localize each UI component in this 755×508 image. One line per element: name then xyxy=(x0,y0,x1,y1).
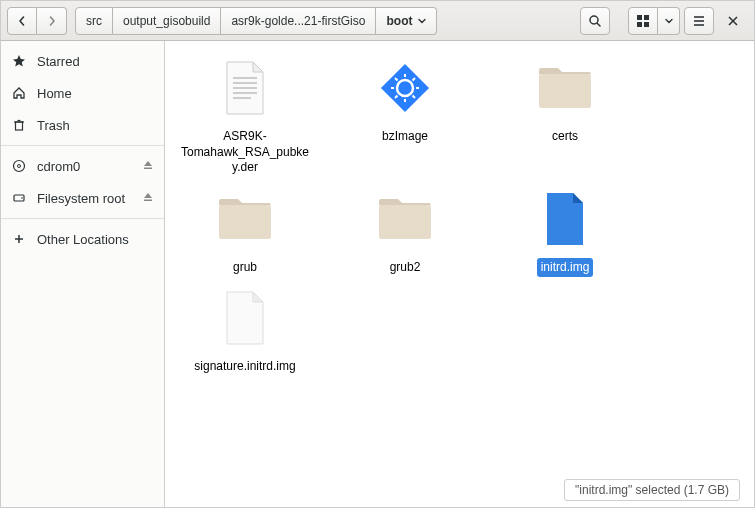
file-item-selected[interactable]: initrd.img xyxy=(495,186,635,278)
sidebar-item-cdrom[interactable]: cdrom0 xyxy=(1,150,164,182)
folder-icon xyxy=(207,186,283,252)
svg-rect-39 xyxy=(379,205,431,239)
svg-rect-4 xyxy=(637,22,642,27)
grid-icon xyxy=(636,14,650,28)
folder-item[interactable]: certs xyxy=(495,55,635,178)
view-controls xyxy=(628,7,680,35)
folder-item[interactable]: grub2 xyxy=(335,186,475,278)
close-window-button[interactable] xyxy=(718,7,748,35)
forward-button[interactable] xyxy=(37,7,67,35)
path-label: boot xyxy=(386,14,412,28)
svg-rect-27 xyxy=(381,64,429,112)
svg-rect-3 xyxy=(644,15,649,20)
sidebar-item-home[interactable]: Home xyxy=(1,77,164,109)
svg-rect-16 xyxy=(144,167,152,169)
path-label: src xyxy=(86,14,102,28)
sidebar-label: cdrom0 xyxy=(37,159,80,174)
svg-point-18 xyxy=(21,197,23,199)
star-icon xyxy=(11,53,27,69)
svg-point-15 xyxy=(18,165,21,168)
svg-rect-2 xyxy=(637,15,642,20)
path-label: asr9k-golde...21-firstGiso xyxy=(231,14,365,28)
hamburger-icon xyxy=(692,14,706,28)
view-dropdown-button[interactable] xyxy=(658,7,680,35)
svg-line-1 xyxy=(597,23,600,26)
file-label: initrd.img xyxy=(537,258,594,278)
path-segment[interactable]: output_gisobuild xyxy=(113,7,221,35)
back-button[interactable] xyxy=(7,7,37,35)
chevron-down-icon xyxy=(665,17,673,25)
hamburger-menu-button[interactable] xyxy=(684,7,714,35)
toolbar: src output_gisobuild asr9k-golde...21-fi… xyxy=(1,1,754,41)
file-label: grub xyxy=(229,258,261,278)
search-button[interactable] xyxy=(580,7,610,35)
home-icon xyxy=(11,85,27,101)
sidebar-item-filesystem-root[interactable]: Filesystem root xyxy=(1,182,164,214)
sidebar-label: Trash xyxy=(37,118,70,133)
svg-rect-19 xyxy=(144,199,152,201)
svg-rect-11 xyxy=(16,122,23,130)
sidebar-item-starred[interactable]: Starred xyxy=(1,45,164,77)
chevron-right-icon xyxy=(47,16,57,26)
sidebar-label: Starred xyxy=(37,54,80,69)
chevron-left-icon xyxy=(17,16,27,26)
file-label: certs xyxy=(548,127,582,147)
binary-file-icon xyxy=(367,55,443,121)
sidebar-label: Filesystem root xyxy=(37,191,125,206)
icon-view-button[interactable] xyxy=(628,7,658,35)
path-label: output_gisobuild xyxy=(123,14,210,28)
status-text: "initrd.img" selected (1.7 GB) xyxy=(575,483,729,497)
file-label: signature.initrd.img xyxy=(190,357,299,377)
file-label: grub2 xyxy=(386,258,425,278)
eject-button[interactable] xyxy=(142,159,154,174)
file-icon xyxy=(527,186,603,252)
svg-point-14 xyxy=(14,161,25,172)
path-bar: src output_gisobuild asr9k-golde...21-fi… xyxy=(75,7,437,35)
file-grid[interactable]: ASR9K-Tomahawk_RSA_pubkey.der bzImage xyxy=(165,41,754,507)
text-file-icon xyxy=(207,55,283,121)
eject-button[interactable] xyxy=(142,191,154,206)
disc-icon xyxy=(11,158,27,174)
folder-icon xyxy=(367,186,443,252)
main-body: Starred Home Trash cdrom0 xyxy=(1,41,754,507)
eject-icon xyxy=(142,159,154,171)
path-segment[interactable]: asr9k-golde...21-firstGiso xyxy=(221,7,376,35)
file-item[interactable]: signature.initrd.img xyxy=(175,285,315,377)
path-segment-current[interactable]: boot xyxy=(376,7,437,35)
sidebar-item-trash[interactable]: Trash xyxy=(1,109,164,141)
folder-item[interactable]: grub xyxy=(175,186,315,278)
status-bar: "initrd.img" selected (1.7 GB) xyxy=(564,479,740,501)
sidebar-separator xyxy=(1,218,164,219)
drive-icon xyxy=(11,190,27,206)
folder-icon xyxy=(527,55,603,121)
sidebar-item-other-locations[interactable]: Other Locations xyxy=(1,223,164,255)
path-segment[interactable]: src xyxy=(75,7,113,35)
sidebar-separator xyxy=(1,145,164,146)
sidebar-label: Other Locations xyxy=(37,232,129,247)
file-item[interactable]: bzImage xyxy=(335,55,475,178)
plus-icon xyxy=(11,231,27,247)
eject-icon xyxy=(142,191,154,203)
svg-rect-38 xyxy=(219,205,271,239)
file-icon xyxy=(207,285,283,351)
svg-rect-37 xyxy=(539,74,591,108)
file-item[interactable]: ASR9K-Tomahawk_RSA_pubkey.der xyxy=(175,55,315,178)
sidebar-label: Home xyxy=(37,86,72,101)
chevron-down-icon xyxy=(418,14,426,28)
file-label: ASR9K-Tomahawk_RSA_pubkey.der xyxy=(175,127,315,178)
trash-icon xyxy=(11,117,27,133)
file-label: bzImage xyxy=(378,127,432,147)
nav-buttons xyxy=(7,7,67,35)
close-icon xyxy=(727,15,739,27)
sidebar: Starred Home Trash cdrom0 xyxy=(1,41,165,507)
search-icon xyxy=(588,14,602,28)
svg-rect-5 xyxy=(644,22,649,27)
